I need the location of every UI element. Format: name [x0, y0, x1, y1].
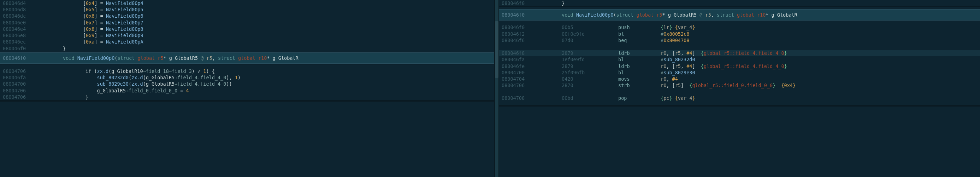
disasm-line[interactable]: 0800470800bdpop{pc} {var_4} [499, 95, 980, 101]
code-line[interactable]: 08004700 sub_8029e30(zx.d(g_GlobalR5→fie… [0, 81, 494, 87]
code-line[interactable]: 080046ec [0xa] = NaviField00pA [0, 39, 494, 45]
code-line[interactable]: 080046e4 [0x8] = NaviField00p8 [0, 26, 494, 32]
code-line[interactable]: 080046dc [0x6] = NaviField00p6 [0, 13, 494, 19]
instruction-bytes: 2879 [562, 63, 618, 69]
operand-token: #4 [686, 63, 692, 69]
operand-token: sub_8029e30 [663, 69, 695, 76]
param-name[interactable]: g_GlobalR [772, 12, 797, 18]
decompiler-panel[interactable]: 080046d4 [0x4] = NaviField00p4080046d8 [… [0, 0, 495, 177]
address: 080046f0 [502, 12, 551, 18]
disasm-line[interactable]: 080046f607d0beq#0x8004708 [499, 37, 980, 43]
instruction-bytes: 1ef0e9fd [562, 56, 618, 63]
disasm-line[interactable]: 080046f82879ldrbr0, [r5, #4] {global_r5:… [499, 50, 980, 56]
code-line[interactable]: 080046f0 } [499, 0, 980, 6]
code-token: field_18 [146, 68, 169, 74]
code-token: ( [108, 68, 111, 74]
code-token: ( [143, 81, 146, 87]
disasm-line[interactable]: 080046f000b5push{lr} {var_4} [499, 24, 980, 31]
operand-token: r0 [661, 82, 666, 88]
operand-token: sub_80232d0 [663, 56, 695, 63]
operand-token: field_4_0 [758, 63, 784, 69]
address: 080046f6 [502, 37, 551, 43]
function-name[interactable]: NaviField00p0 [576, 12, 614, 18]
type-global-r10[interactable]: global_r10 [737, 12, 765, 18]
operand-token: r5 [675, 63, 681, 69]
operand-token: global_r5::field_4 [704, 50, 755, 56]
code-line[interactable]: 080046f0} [0, 45, 494, 51]
symbol-ref[interactable]: NaviField00p8 [106, 26, 143, 32]
operand-token: #4 [672, 76, 678, 82]
address: 080046f0 [3, 45, 52, 51]
operand-token: r0 [661, 50, 666, 56]
operand-token: . [755, 50, 758, 56]
symbol-ref[interactable]: NaviField00p7 [106, 19, 143, 26]
param-name[interactable]: g_GlobalR [273, 55, 299, 61]
operand-token: } [669, 95, 675, 101]
code-token: zx.d [97, 68, 109, 74]
array-index: 0x4 [86, 0, 94, 6]
param-name[interactable]: g_GlobalR5 [169, 55, 198, 61]
code-token: ) ≠ [192, 68, 204, 74]
operand-token: #4 [686, 50, 692, 56]
code-token: = [177, 87, 186, 94]
disasm-line[interactable]: 080046fa1ef0e9fdbl#sub_80232d0 [499, 56, 980, 63]
code-line[interactable]: 080046d8 [0x5] = NaviField00p5 [0, 6, 494, 13]
symbol-ref[interactable]: NaviField00p5 [106, 6, 143, 13]
type-global-r10[interactable]: global_r10 [238, 55, 267, 61]
operand-token: var_4 [678, 24, 692, 31]
function-signature[interactable]: 080046f0 void NaviField00p0 ( struct glo… [499, 9, 980, 21]
param-name[interactable]: g_GlobalR5 [668, 12, 697, 18]
operand-token: # [661, 31, 663, 37]
disassembly-panel[interactable]: 080046f0 } 080046f0 void NaviField00p0 (… [499, 0, 980, 177]
symbol-ref[interactable]: NaviField00p9 [106, 32, 143, 39]
operand-token: global_r5::field_4 [704, 63, 755, 69]
operand-token: . [744, 82, 747, 88]
vertical-scrollbar[interactable] [495, 0, 499, 177]
operand-token: 0x80052c8 [663, 31, 689, 37]
instruction-bytes: 25f096fb [562, 69, 618, 76]
code-token: . [197, 74, 200, 81]
code-line[interactable]: 08004706 } [0, 94, 494, 100]
address: 080046d4 [3, 0, 52, 6]
function-signature[interactable]: 080046f0 void NaviField00p0 ( struct glo… [0, 52, 494, 64]
register: r5 [705, 12, 711, 18]
code-line[interactable]: 080046fa sub_80232d0(zx.d(g_GlobalR5→fie… [0, 74, 494, 81]
code-line[interactable]: 080046e8 [0x9] = NaviField00p9 [0, 32, 494, 39]
address: 080046e8 [3, 32, 52, 39]
code-line[interactable]: 08004706 if (zx.d(g_GlobalR10→field_18→f… [0, 64, 494, 74]
instruction-bytes: 0420 [562, 76, 618, 82]
code-token: → [126, 87, 129, 94]
disasm-line[interactable]: 080047040420movsr0, #4 [499, 76, 980, 82]
code-line[interactable]: 080046e0 [0x7] = NaviField00p7 [0, 19, 494, 26]
disasm-line[interactable]: 080046f200f0e9fdbl#0x80052c8 [499, 31, 980, 37]
function-name[interactable]: NaviField00p0 [77, 55, 115, 61]
operand-token: , [666, 76, 672, 82]
disasm-line[interactable]: 0800470025f096fbbl#sub_8029e30 [499, 69, 980, 76]
symbol-ref[interactable]: NaviField00pA [106, 39, 143, 45]
code-token: field_0 [129, 87, 149, 94]
disasm-line[interactable]: 080046fe2879ldrbr0, [r5, #4] {global_r5:… [499, 63, 980, 69]
array-index: 0xa [86, 39, 94, 45]
operand-token: var_4 [678, 95, 692, 101]
operand-token: , [ [666, 50, 675, 56]
code-token: zx.d [131, 81, 143, 87]
address: 080046fa [502, 56, 551, 63]
operand-token: , [681, 50, 686, 56]
symbol-ref[interactable]: NaviField00p4 [106, 0, 143, 6]
code-token: sub_8029e30 [97, 81, 129, 87]
symbol-ref[interactable]: NaviField00p6 [106, 13, 143, 19]
type-global-r5[interactable]: global_r5 [137, 55, 163, 61]
operand-token: } [793, 82, 795, 88]
code-line[interactable]: 080046d4 [0x4] = NaviField00p4 [0, 0, 494, 6]
code-token: → [169, 68, 172, 74]
address: 080046e4 [3, 26, 52, 32]
operand-token: { [675, 24, 678, 31]
array-index: 0x9 [86, 32, 94, 39]
disasm-line[interactable]: 080047062870strbr0, [r5] {global_r5::fie… [499, 82, 980, 88]
code-token: field_4 [177, 74, 197, 81]
address: 08004706 [3, 68, 52, 74]
scrollbar-thumb[interactable] [495, 21, 498, 78]
code-line[interactable]: 08004706 g_GlobalR5→field_0.field_0_0 = … [0, 87, 494, 94]
type-global-r5[interactable]: global_r5 [636, 12, 662, 18]
keyword-void: void [562, 12, 573, 18]
